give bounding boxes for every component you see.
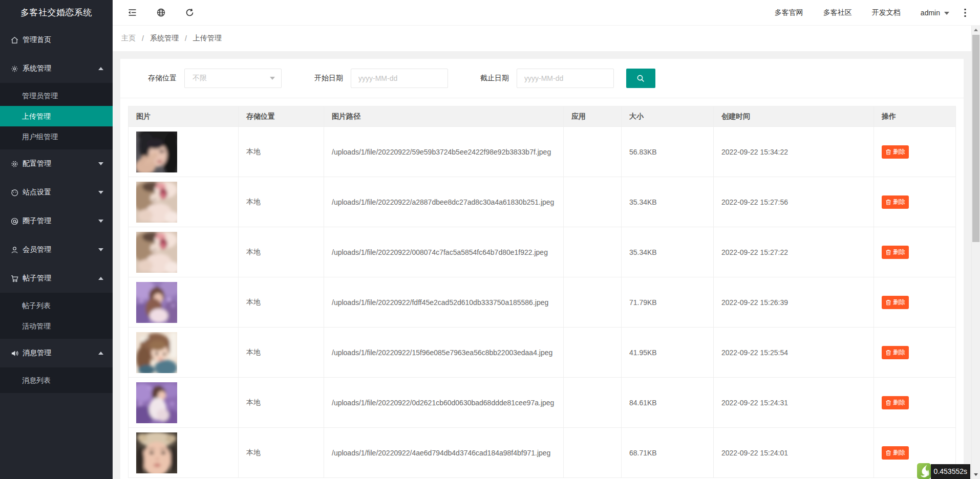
refresh-icon[interactable] [184,8,195,18]
app-title: 多客社交婚恋系统 [0,0,113,26]
sidebar-item-member[interactable]: 会员管理 [0,235,113,264]
col-header-size: 大小 [622,106,714,127]
storage-select-value: 不限 [193,74,207,83]
sidebar-subitem[interactable]: 帖子列表 [0,295,113,316]
table-row: 本地/uploads/1/file/20220922/a2887dbee8dc2… [129,177,956,227]
delete-button[interactable]: 删除 [882,446,909,460]
search-button[interactable] [626,69,655,88]
chevron-down-icon [98,220,103,223]
horn-icon [10,349,18,357]
upload-thumbnail-kitten-yawning[interactable] [136,182,177,223]
sidebar-item-home[interactable]: 管理首页 [0,26,113,54]
cell-path: /uploads/1/file/20220922/a2887dbee8dc27a… [324,177,564,227]
trash-icon [885,450,891,456]
upload-thumbnail-woman-lavender-sitting[interactable] [136,382,177,423]
start-date-input[interactable] [351,69,448,88]
top-link-dev-docs[interactable]: 开发文档 [872,8,901,17]
upload-thumbnail-anime-girl-flower[interactable] [136,332,177,373]
user-icon [10,246,18,254]
sidebar-subitem[interactable]: 活动管理 [0,316,113,336]
cell-image [129,428,239,478]
content-card: 存储位置 不限 开始日期 截止日期 [120,59,964,479]
sidebar-item-circle[interactable]: 圈子管理 [0,207,113,235]
sidebar-item-label: 系统管理 [23,64,98,73]
col-header-image: 图片 [129,106,239,127]
delete-button[interactable]: 删除 [882,346,909,359]
cell-created: 2022-09-22 15:27:22 [714,227,874,277]
vertical-scrollbar[interactable] [971,26,980,479]
cell-image [129,277,239,328]
cell-actions: 删除 [874,378,956,428]
top-link-official-site[interactable]: 多客官网 [775,8,803,17]
delete-button-label: 删除 [893,398,905,407]
sidebar-item-config[interactable]: 配置管理 [0,149,113,178]
upload-thumbnail-kitten-yawning[interactable] [136,232,177,273]
breadcrumb-home[interactable]: 主页 [121,34,136,43]
sidebar-subitem[interactable]: 管理员管理 [0,85,113,106]
trash-icon [885,199,891,205]
upload-thumbnail-woman-lavender-field[interactable] [136,282,177,323]
cell-size: 41.95KB [622,328,714,378]
cell-created: 2022-09-22 15:25:54 [714,328,874,378]
user-name: admin [921,9,940,17]
delete-button[interactable]: 删除 [882,246,909,259]
breadcrumb-system[interactable]: 系统管理 [150,34,179,43]
cell-path: /uploads/1/file/20220922/008074c7fac5a58… [324,227,564,277]
trash-icon [885,149,891,155]
delete-button-label: 删除 [893,198,905,206]
cog-icon [10,160,18,168]
main-area: 多客官网 多客社区 开发文档 admin 主页 / 系统管理 / 上传管理 [113,0,980,479]
delete-button[interactable]: 删除 [882,296,909,309]
search-icon [636,74,645,83]
delete-button[interactable]: 删除 [882,145,909,159]
trash-icon [885,249,891,255]
cell-path: /uploads/1/file/20220922/4ae6d794db4d374… [324,428,564,478]
collapse-sidebar-icon[interactable] [127,8,137,18]
user-dropdown[interactable]: admin [921,9,949,17]
scrollbar-thumb[interactable] [972,35,979,242]
table-row: 本地/uploads/1/file/20220922/008074c7fac5a… [129,227,956,277]
cell-storage: 本地 [239,428,324,478]
upload-thumbnail-selfie-woman-headband[interactable] [136,432,177,473]
cart-icon [10,274,18,282]
cell-app [564,227,622,277]
debug-time-badge[interactable]: 0.453552s [931,464,970,479]
topbar: 多客官网 多客社区 开发文档 admin [113,0,980,26]
cell-image [129,378,239,428]
sidebar-item-site[interactable]: 站点设置 [0,178,113,207]
cell-size: 84.61KB [622,378,714,428]
more-vert-icon[interactable] [962,8,969,18]
chevron-up-icon [98,67,103,70]
delete-button[interactable]: 删除 [882,396,909,409]
cell-created: 2022-09-22 15:34:22 [714,127,874,177]
sidebar-item-label: 消息管理 [23,349,98,358]
cell-size: 35.34KB [622,177,714,227]
table-row: 本地/uploads/1/file/20220922/59e59b3724b5e… [129,127,956,177]
sidebar-item-message[interactable]: 消息管理 [0,339,113,367]
globe-icon[interactable] [156,8,166,18]
upload-thumbnail-portrait-woman-dark-hair[interactable] [136,132,177,172]
scrollbar-up-arrow-icon[interactable] [972,26,980,34]
scrollbar-down-arrow-icon[interactable] [972,470,980,479]
cell-size: 68.71KB [622,428,714,478]
cell-storage: 本地 [239,227,324,277]
end-date-input[interactable] [517,69,614,88]
trash-icon [885,350,891,356]
thinkphp-logo-icon[interactable] [917,463,931,479]
sidebar-item-system[interactable]: 系统管理 [0,54,113,83]
delete-button[interactable]: 删除 [882,195,909,209]
storage-filter-label: 存储位置 [148,74,177,83]
submenu-system: 管理员管理上传管理用户组管理 [0,83,113,149]
cell-image [129,177,239,227]
sidebar-item-post[interactable]: 帖子管理 [0,264,113,293]
sidebar-subitem[interactable]: 用户组管理 [0,126,113,147]
at-icon [10,217,18,225]
cell-app [564,177,622,227]
sidebar-subitem[interactable]: 消息列表 [0,370,113,390]
sidebar-subitem-active[interactable]: 上传管理 [0,106,113,126]
top-link-community[interactable]: 多客社区 [823,8,852,17]
filter-bar: 存储位置 不限 开始日期 截止日期 [120,59,964,98]
table-wrap: 图片 存储位置 图片路径 应用 大小 创建时间 操作 本地/uploads/1/… [120,98,964,479]
storage-select[interactable]: 不限 [184,69,282,88]
cell-image [129,127,239,177]
